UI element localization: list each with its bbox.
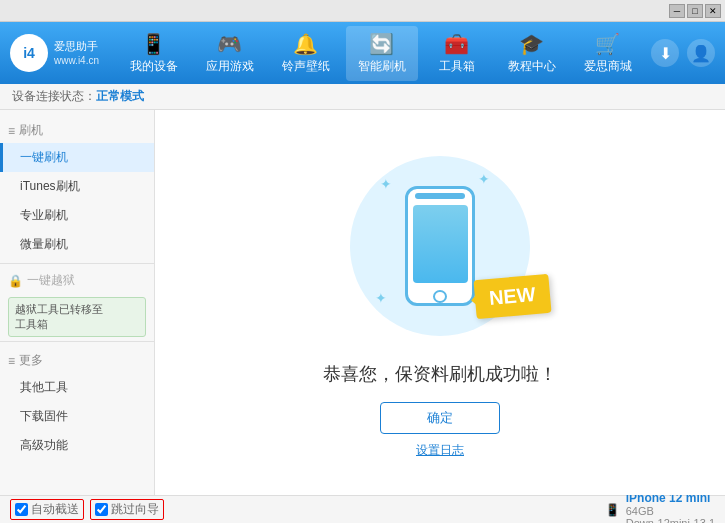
phone-body bbox=[405, 186, 475, 306]
user-button[interactable]: 👤 bbox=[687, 39, 715, 67]
skip-wizard-label: 跳过向导 bbox=[111, 501, 159, 518]
confirm-button[interactable]: 确定 bbox=[380, 402, 500, 434]
minimize-button[interactable]: ─ bbox=[669, 4, 685, 18]
phone-circle: ✦ ✦ ✦ NEW bbox=[350, 156, 530, 336]
maximize-button[interactable]: □ bbox=[687, 4, 703, 18]
nav-my-device[interactable]: 📱 我的设备 bbox=[118, 26, 190, 81]
sidebar-section-flash: ≡ 刷机 bbox=[0, 118, 154, 143]
nav-shop[interactable]: 🛒 爱思商城 bbox=[572, 26, 644, 81]
sidebar: ≡ 刷机 一键刷机 iTunes刷机 专业刷机 微量刷机 🔒 一键越狱 越狱工具… bbox=[0, 110, 155, 495]
apps-games-icon: 🎮 bbox=[217, 32, 242, 56]
phone-home-button bbox=[433, 290, 447, 303]
more-section-icon: ≡ bbox=[8, 354, 15, 368]
new-badge: NEW bbox=[474, 274, 552, 319]
flash-section-icon: ≡ bbox=[8, 124, 15, 138]
sidebar-item-one-key-flash[interactable]: 一键刷机 bbox=[0, 143, 154, 172]
sidebar-more-section: ≡ 更多 bbox=[0, 346, 154, 373]
sidebar-notice: 越狱工具已转移至 工具箱 bbox=[8, 297, 146, 337]
nav-apps-games[interactable]: 🎮 应用游戏 bbox=[194, 26, 266, 81]
sidebar-divider-2 bbox=[0, 341, 154, 342]
smart-shop-icon: 🔄 bbox=[369, 32, 394, 56]
checkbox-area: 自动截送 跳过向导 bbox=[10, 499, 597, 520]
status-bar: 设备连接状态： 正常模式 bbox=[0, 84, 725, 110]
ringtones-icon: 🔔 bbox=[293, 32, 318, 56]
sparkle-1: ✦ bbox=[380, 176, 392, 192]
skip-wizard-checkbox[interactable] bbox=[95, 503, 108, 516]
window-controls: ─ □ ✕ bbox=[669, 4, 721, 18]
content-area: ✦ ✦ ✦ NEW 恭喜您，保资料刷机成功啦！ 确定 设置日志 bbox=[155, 110, 725, 495]
sidebar-divider-1 bbox=[0, 263, 154, 264]
my-device-icon: 📱 bbox=[141, 32, 166, 56]
toolbox-icon: 🧰 bbox=[444, 32, 469, 56]
success-text: 恭喜您，保资料刷机成功啦！ bbox=[323, 362, 557, 386]
status-label: 设备连接状态： bbox=[12, 88, 96, 105]
device-info: 📱 iPhone 12 mini 64GB Down-12mini-13.1 bbox=[605, 491, 715, 524]
auto-send-checkbox[interactable] bbox=[15, 503, 28, 516]
logo-icon: i4 bbox=[10, 34, 48, 72]
nav-right: ⬇ 👤 bbox=[651, 39, 715, 67]
skip-wizard-checkbox-wrapper: 跳过向导 bbox=[90, 499, 164, 520]
sidebar-item-pro-flash[interactable]: 专业刷机 bbox=[0, 201, 154, 230]
nav-toolbox[interactable]: 🧰 工具箱 bbox=[422, 26, 492, 81]
sidebar-jailbreak-section: 🔒 一键越狱 bbox=[0, 268, 154, 293]
title-bar: ─ □ ✕ bbox=[0, 0, 725, 22]
sidebar-item-download-firmware[interactable]: 下载固件 bbox=[0, 402, 154, 431]
nav-ringtones[interactable]: 🔔 铃声壁纸 bbox=[270, 26, 342, 81]
tutorial-icon: 🎓 bbox=[519, 32, 544, 56]
auto-send-checkbox-wrapper: 自动截送 bbox=[10, 499, 84, 520]
shop-icon: 🛒 bbox=[595, 32, 620, 56]
sidebar-item-advanced[interactable]: 高级功能 bbox=[0, 431, 154, 460]
nav-smart-shop[interactable]: 🔄 智能刷机 bbox=[346, 26, 418, 81]
sparkle-2: ✦ bbox=[478, 171, 490, 187]
sidebar-item-save-flash[interactable]: 微量刷机 bbox=[0, 230, 154, 259]
logo-text: 爱思助手 www.i4.cn bbox=[54, 39, 99, 66]
download-button[interactable]: ⬇ bbox=[651, 39, 679, 67]
logo-area: i4 爱思助手 www.i4.cn bbox=[10, 34, 110, 72]
close-button[interactable]: ✕ bbox=[705, 4, 721, 18]
nav-tutorial[interactable]: 🎓 教程中心 bbox=[496, 26, 568, 81]
main-area: ≡ 刷机 一键刷机 iTunes刷机 专业刷机 微量刷机 🔒 一键越狱 越狱工具… bbox=[0, 110, 725, 495]
homepage-link[interactable]: 设置日志 bbox=[416, 442, 464, 459]
lock-icon: 🔒 bbox=[8, 274, 23, 288]
device-phone-icon: 📱 bbox=[605, 503, 620, 517]
sidebar-item-other-tools[interactable]: 其他工具 bbox=[0, 373, 154, 402]
status-value: 正常模式 bbox=[96, 88, 144, 105]
sparkle-3: ✦ bbox=[375, 290, 387, 306]
bottom-bar: 自动截送 跳过向导 📱 iPhone 12 mini 64GB Down-12m… bbox=[0, 495, 725, 523]
top-nav: i4 爱思助手 www.i4.cn 📱 我的设备 🎮 应用游戏 🔔 铃声壁纸 🔄… bbox=[0, 22, 725, 84]
phone-screen bbox=[413, 205, 468, 283]
auto-send-label: 自动截送 bbox=[31, 501, 79, 518]
sidebar-item-itunes-flash[interactable]: iTunes刷机 bbox=[0, 172, 154, 201]
phone-illustration: ✦ ✦ ✦ NEW bbox=[340, 146, 540, 346]
device-storage: 64GB bbox=[626, 505, 715, 517]
nav-items: 📱 我的设备 🎮 应用游戏 🔔 铃声壁纸 🔄 智能刷机 🧰 工具箱 🎓 教程中心… bbox=[110, 26, 651, 81]
device-version: Down-12mini-13.1 bbox=[626, 517, 715, 524]
